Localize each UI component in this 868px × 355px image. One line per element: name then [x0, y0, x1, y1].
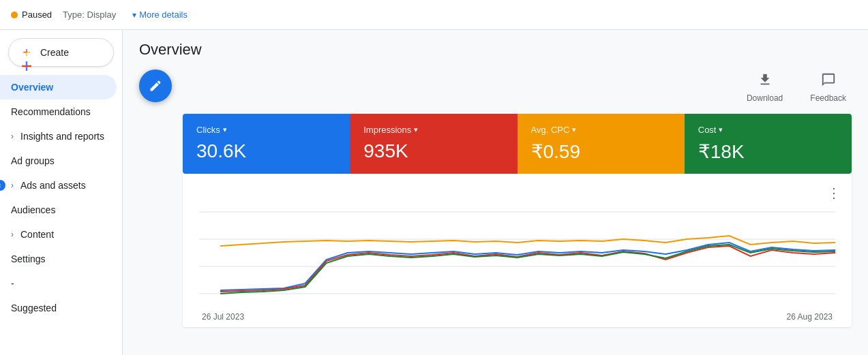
sidebar-item-overview[interactable]: Overview — [0, 75, 117, 99]
impressions-label: Impressions — [363, 125, 411, 135]
top-section: Download Feedback — [139, 70, 852, 327]
download-icon — [758, 72, 773, 91]
page-title: Overview — [139, 41, 852, 59]
collapse-button[interactable]: ‹ — [0, 180, 5, 191]
paused-badge: Paused — [11, 10, 52, 20]
feedback-label: Feedback — [810, 93, 846, 103]
metric-header-impressions: Impressions ▾ — [363, 125, 503, 135]
cost-value: ₹18K — [698, 140, 838, 163]
sidebar-item-dash-label: - — [11, 278, 14, 289]
clicks-value: 30.6K — [196, 140, 336, 162]
chart-dates: 26 Jul 2023 26 Aug 2023 — [199, 312, 835, 322]
sidebar-item-adgroups-label: Ad groups — [11, 155, 55, 166]
chart-start-date: 26 Jul 2023 — [202, 312, 244, 322]
avg-cpc-dropdown-icon: ▾ — [572, 125, 576, 134]
create-button[interactable]: Create — [8, 38, 114, 67]
chevron-down-icon: ▾ — [132, 10, 136, 20]
metric-card-clicks[interactable]: Clicks ▾ 30.6K — [183, 114, 350, 174]
metric-card-impressions[interactable]: Impressions ▾ 935K — [350, 114, 517, 174]
edit-fab-button[interactable] — [139, 70, 172, 102]
sidebar-item-audiences-label: Audiences — [11, 204, 55, 215]
metric-header-cost: Cost ▾ — [698, 125, 838, 135]
sidebar-item-audiences[interactable]: Audiences — [0, 198, 117, 222]
sidebar-item-content[interactable]: › Content — [0, 222, 117, 247]
metric-header-avg-cpc: Avg. CPC ▾ — [531, 125, 671, 135]
top-bar: Paused Type: Display ▾ More details — [0, 0, 868, 30]
expand-arrow-icon: › — [11, 132, 14, 141]
clicks-dropdown-icon: ▾ — [223, 125, 227, 134]
toolbar-row: Download Feedback — [183, 70, 852, 106]
main-content: Overview Download — [123, 30, 868, 355]
sidebar-item-insights[interactable]: › Insights and reports — [0, 124, 117, 149]
sidebar-item-recommendations[interactable]: Recommendations — [0, 99, 117, 124]
sidebar-item-insights-label: Insights and reports — [20, 131, 104, 142]
download-button[interactable]: Download — [741, 70, 788, 106]
app-body: Create Overview Recommendations › Insigh… — [0, 30, 868, 355]
impressions-dropdown-icon: ▾ — [414, 125, 418, 134]
metrics-more-button[interactable]: ⋮ — [824, 182, 843, 204]
sidebar-item-content-label: Content — [20, 229, 54, 240]
type-label: Type: Display — [63, 10, 116, 20]
sidebar-item-suggested[interactable]: Suggested — [0, 296, 117, 320]
sidebar-item-overview-label: Overview — [11, 82, 53, 93]
impressions-value: 935K — [363, 140, 503, 162]
avg-cpc-label: Avg. CPC — [531, 125, 570, 135]
metric-card-avg-cpc[interactable]: Avg. CPC ▾ ₹0.59 — [518, 114, 685, 174]
sidebar: Create Overview Recommendations › Insigh… — [0, 30, 123, 355]
chart-end-date: 26 Aug 2023 — [787, 312, 833, 322]
metric-header-clicks: Clicks ▾ — [196, 125, 336, 135]
paused-dot-icon — [11, 12, 18, 18]
sidebar-item-suggested-label: Suggested — [11, 303, 57, 313]
feedback-icon — [821, 72, 836, 91]
create-plus-icon — [20, 46, 33, 59]
expand-arrow-content-icon: › — [11, 230, 14, 239]
sidebar-item-settings[interactable]: Settings — [0, 247, 117, 271]
sidebar-item-recommendations-label: Recommendations — [11, 106, 91, 117]
sidebar-item-adgroups[interactable]: Ad groups — [0, 149, 117, 173]
cost-label: Cost — [698, 125, 717, 135]
metrics-card-wrapper: Clicks ▾ 30.6K Impressions ▾ 935K — [183, 114, 852, 327]
download-label: Download — [747, 93, 783, 103]
more-details-label: More details — [139, 10, 188, 20]
metrics-chart-section: Download Feedback — [183, 70, 852, 327]
sidebar-item-ads-label: Ads and assets — [20, 180, 86, 191]
paused-label: Paused — [22, 10, 52, 20]
chart-container: ⋮ — [183, 174, 852, 327]
sidebar-item-settings-label: Settings — [11, 253, 46, 264]
feedback-button[interactable]: Feedback — [805, 70, 852, 106]
expand-arrow-ads-icon: › — [11, 181, 14, 190]
metrics-row: Clicks ▾ 30.6K Impressions ▾ 935K — [183, 114, 852, 174]
more-details-button[interactable]: ▾ More details — [132, 10, 188, 20]
performance-chart — [199, 185, 835, 307]
clicks-label: Clicks — [196, 125, 220, 135]
cost-dropdown-icon: ▾ — [719, 125, 723, 134]
create-label: Create — [40, 47, 69, 58]
sidebar-item-dash: - — [0, 271, 117, 296]
metric-card-cost[interactable]: Cost ▾ ₹18K — [685, 114, 852, 174]
avg-cpc-value: ₹0.59 — [531, 140, 671, 163]
sidebar-item-ads[interactable]: ‹ › Ads and assets — [0, 173, 117, 198]
